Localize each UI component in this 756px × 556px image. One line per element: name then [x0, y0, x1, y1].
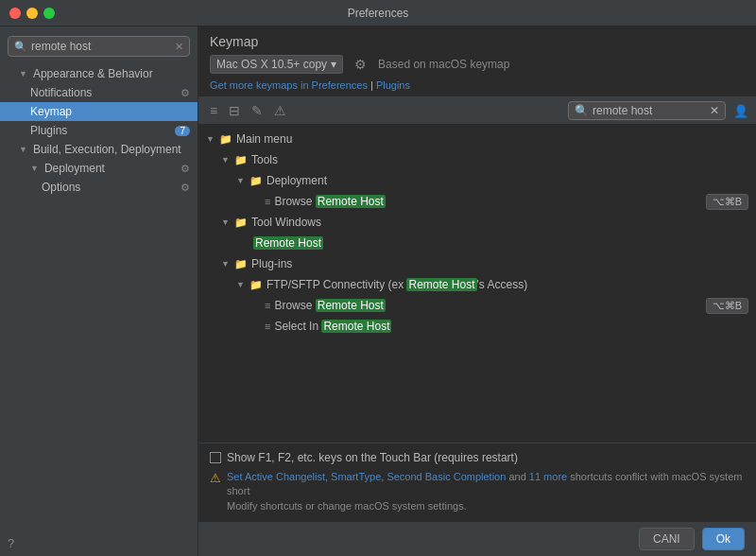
plugins-badge: 7	[175, 126, 190, 136]
conflict-row: ⚠ Set Active Changelist, SmartType, Seco…	[210, 470, 745, 513]
sidebar: 🔍 ✕ ▼ Appearance & Behavior Notification…	[0, 26, 198, 556]
keymap-search-input[interactable]	[593, 104, 706, 117]
keymap-based-label: Based on macOS keymap	[378, 58, 509, 71]
maximize-button[interactable]	[43, 8, 55, 19]
tree-row-plug-ins[interactable]: ▼ 📁 Plug-ins	[198, 253, 756, 274]
shortcut-badge: ⌥⌘B	[706, 298, 748, 314]
sidebar-item-notifications[interactable]: Notifications ⚙	[0, 83, 198, 102]
warning-filter-button[interactable]: ⚠	[270, 101, 290, 120]
expand-all-button[interactable]: ≡	[206, 101, 221, 120]
keymap-gear-button[interactable]: ⚙	[351, 55, 370, 74]
clear-search-icon[interactable]: ✕	[710, 104, 719, 117]
sidebar-tree: ▼ Appearance & Behavior Notifications ⚙ …	[0, 64, 198, 530]
sidebar-bottom: ?	[0, 530, 198, 556]
folder-icon: 📁	[234, 217, 248, 229]
chevron-icon: ▼	[206, 134, 215, 144]
item-icon: ≡	[265, 300, 270, 311]
tree-row-label: Deployment	[266, 174, 327, 187]
sidebar-item-label: Plugins	[30, 124, 67, 137]
chevron-icon: ▼	[236, 176, 246, 185]
tree-row-label: Tools	[251, 153, 278, 166]
sidebar-item-keymap[interactable]: Keymap	[0, 102, 198, 121]
highlight-remote-host: Remote Host	[316, 299, 386, 312]
tree-row-tools[interactable]: ▼ 📁 Tools	[198, 149, 756, 170]
sidebar-item-deployment[interactable]: ▼ Deployment ⚙	[0, 159, 198, 178]
sidebar-item-plugins[interactable]: Plugins 7	[0, 121, 198, 140]
chevron-icon: ▼	[19, 69, 27, 78]
sidebar-item-label: Deployment	[44, 162, 105, 175]
conflict-link-completion[interactable]: Second Basic Completion	[387, 471, 506, 482]
item-icon: ≡	[265, 196, 270, 207]
ok-button[interactable]: Ok	[702, 528, 745, 550]
highlight-remote-host: Remote Host	[316, 195, 386, 208]
title-bar: Preferences	[0, 0, 756, 26]
conflict-link-smarttype[interactable]: SmartType	[331, 471, 381, 482]
tree-row-tool-windows[interactable]: ▼ 📁 Tool Windows	[198, 212, 756, 233]
chevron-icon: ▼	[19, 145, 27, 154]
folder-icon: 📁	[219, 133, 232, 146]
tree-row-label: Main menu	[236, 132, 292, 146]
item-icon: ≡	[265, 321, 270, 332]
cancel-button[interactable]: CANI	[639, 528, 695, 550]
tree-row-deployment[interactable]: ▼ 📁 Deployment	[198, 170, 756, 191]
keymap-search-box[interactable]: 🔍 ✕	[568, 101, 726, 120]
chevron-icon: ▼	[30, 164, 39, 173]
sidebar-item-label: Keymap	[30, 105, 72, 118]
plugins-link[interactable]: Plugins	[376, 79, 410, 91]
collapse-all-button[interactable]: ⊟	[225, 101, 244, 120]
tree-row-label: Plug-ins	[251, 257, 292, 270]
get-more-keymaps-link[interactable]: Get more keymaps in Preferences	[210, 79, 368, 91]
chevron-icon: ▼	[236, 280, 246, 289]
sidebar-item-appearance-behavior[interactable]: ▼ Appearance & Behavior	[0, 64, 198, 83]
footer: CANI Ok	[198, 521, 756, 556]
sidebar-search-icon: 🔍	[14, 41, 27, 53]
tree-row-ftp-sftp[interactable]: ▼ 📁 FTP/SFTP Connectivity (ex Remote Hos…	[198, 274, 756, 295]
search-icon: 🔍	[575, 104, 589, 117]
dropdown-arrow-icon: ▾	[331, 58, 336, 71]
gear-icon: ⚙	[180, 163, 190, 175]
folder-icon: 📁	[249, 175, 263, 187]
window-title: Preferences	[348, 7, 409, 20]
highlight-remote-host: Remote Host	[253, 236, 323, 250]
tree-row-label: Select In Remote Host	[274, 320, 391, 333]
edit-button[interactable]: ✎	[248, 101, 266, 120]
tree-row-label: Browse Remote Host	[274, 299, 385, 312]
tree-row-select-in-remote-host[interactable]: ≡ Select In Remote Host	[198, 316, 756, 337]
help-icon[interactable]: ?	[8, 536, 14, 550]
main-layout: 🔍 ✕ ▼ Appearance & Behavior Notification…	[0, 26, 756, 556]
content-title: Keymap	[210, 34, 745, 49]
tree-row-label: Remote Host	[253, 236, 323, 250]
person-icon[interactable]: 👤	[733, 104, 748, 118]
tree-row-label: FTP/SFTP Connectivity (ex Remote Host's …	[266, 278, 527, 291]
gear-icon: ⚙	[180, 87, 190, 99]
tree-content: ▼ 📁 Main menu ▼ 📁 Tools ▼ 📁 Deployment ≡…	[198, 125, 756, 443]
keymap-dropdown[interactable]: Mac OS X 10.5+ copy ▾	[210, 55, 343, 74]
tree-row-main-menu[interactable]: ▼ 📁 Main menu	[198, 129, 756, 149]
sidebar-item-label: Options	[42, 181, 80, 194]
sidebar-item-build-execution[interactable]: ▼ Build, Execution, Deployment	[0, 140, 198, 159]
sidebar-search-clear[interactable]: ✕	[175, 41, 183, 53]
sidebar-search-input[interactable]	[31, 40, 171, 53]
sidebar-item-label: Notifications	[30, 86, 92, 99]
touch-bar-label: Show F1, F2, etc. keys on the Touch Bar …	[227, 451, 518, 464]
content-header: Keymap Mac OS X 10.5+ copy ▾ ⚙ Based on …	[198, 26, 756, 97]
conflict-line2: Modify shortcuts or change macOS system …	[227, 500, 467, 512]
sidebar-item-label: Build, Execution, Deployment	[33, 143, 181, 156]
touch-bar-checkbox[interactable]	[210, 452, 221, 463]
highlight-remote-host: Remote Host	[321, 320, 391, 333]
close-button[interactable]	[9, 8, 21, 19]
tree-row-remote-host-window[interactable]: Remote Host	[198, 233, 756, 253]
action-toolbar: ≡ ⊟ ✎ ⚠ 🔍 ✕ 👤	[198, 97, 756, 125]
sidebar-search-box[interactable]: 🔍 ✕	[8, 36, 190, 57]
tree-row-browse-remote-host-2[interactable]: ≡ Browse Remote Host ⌥⌘B	[198, 295, 756, 316]
conflict-link-more[interactable]: 11 more	[529, 471, 567, 482]
minimize-button[interactable]	[26, 8, 38, 19]
tree-row-label: Tool Windows	[251, 216, 321, 229]
gear-icon: ⚙	[180, 182, 190, 194]
tree-row-label: Browse Remote Host	[274, 195, 385, 208]
content-area: Keymap Mac OS X 10.5+ copy ▾ ⚙ Based on …	[198, 26, 756, 556]
keymap-toolbar: Mac OS X 10.5+ copy ▾ ⚙ Based on macOS k…	[210, 55, 745, 74]
conflict-link-changelist[interactable]: Set Active Changelist	[227, 471, 325, 482]
sidebar-item-options[interactable]: Options ⚙	[0, 178, 198, 197]
tree-row-browse-remote-host[interactable]: ≡ Browse Remote Host ⌥⌘B	[198, 191, 756, 212]
